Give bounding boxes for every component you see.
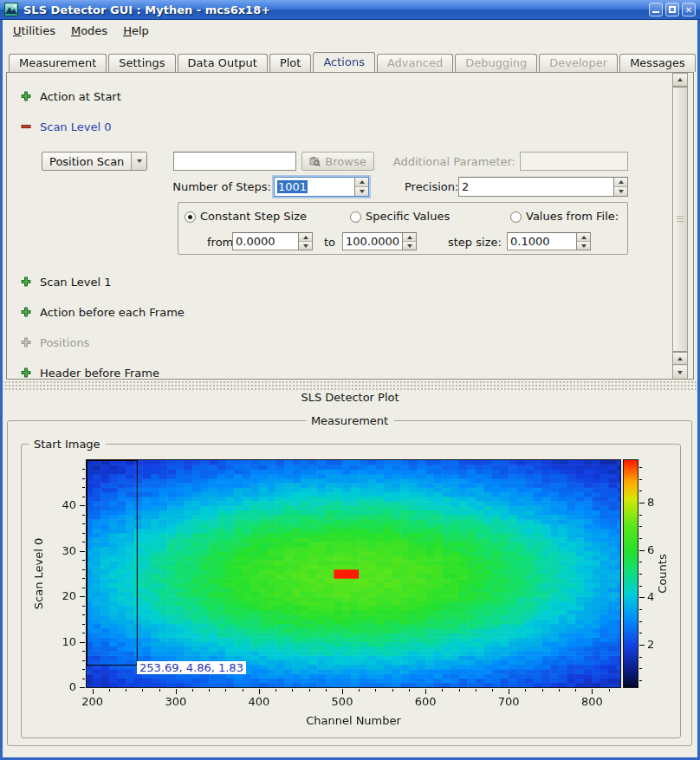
additional-parameter-label: Additional Parameter: <box>383 155 515 168</box>
from-value[interactable]: 0.0000 <box>236 235 275 248</box>
constant-step-size-label[interactable]: Constant Step Size <box>200 210 307 223</box>
header-before-frame-label[interactable]: Header before Frame <box>40 367 159 380</box>
specific-values-radio[interactable] <box>350 211 361 223</box>
spin-up-button[interactable] <box>577 233 590 241</box>
tab-plot[interactable]: Plot <box>269 54 312 72</box>
start-image-group-title: Start Image <box>29 438 106 451</box>
tab-bar: MeasurementSettingsData OutputPlotAction… <box>9 52 697 72</box>
step-size-label: step size: <box>448 236 502 249</box>
titlebar: SLS Detector GUI : Mythen - mcs6x18+ <box>0 0 700 20</box>
spin-buttons <box>613 178 627 196</box>
tab-actions[interactable]: Actions <box>313 52 375 72</box>
scan-type-combo[interactable]: Position Scan <box>42 152 147 171</box>
spin-down-button[interactable] <box>403 241 416 250</box>
number-of-steps-label: Number of Steps: <box>147 180 271 193</box>
splitter-handle[interactable] <box>0 380 700 391</box>
maximize-button[interactable] <box>665 3 679 16</box>
expand-plus-icon-disabled <box>21 337 31 348</box>
precision-label: Precision: <box>405 180 458 193</box>
measurement-group-title: Measurement <box>306 414 393 427</box>
spin-up-button[interactable] <box>299 233 312 241</box>
scroll-down-button[interactable] <box>673 366 687 379</box>
minimize-button[interactable] <box>649 3 663 16</box>
tab-debugging: Debugging <box>455 54 537 72</box>
colorbar-axis-title: Counts <box>656 554 669 593</box>
scroll-up-button[interactable] <box>673 74 687 87</box>
to-value[interactable]: 100.0000 <box>346 235 399 248</box>
scan-type-value: Position Scan <box>42 155 131 168</box>
values-from-file-label[interactable]: Values from File: <box>526 210 619 223</box>
action-at-start-label[interactable]: Action at Start <box>40 90 121 103</box>
to-spinbox[interactable]: 100.0000 <box>342 232 417 250</box>
tab-data-output[interactable]: Data Output <box>178 54 268 72</box>
spin-down-button[interactable] <box>299 241 312 250</box>
tab-messages[interactable]: Messages <box>619 54 696 72</box>
constant-step-size-radio[interactable] <box>185 211 196 223</box>
y-axis-title: Scan Level 0 <box>32 538 45 609</box>
close-button[interactable] <box>682 3 696 16</box>
browse-label: Browse <box>325 155 366 168</box>
tab-measurement[interactable]: Measurement <box>9 54 107 72</box>
scroll-thumb[interactable] <box>673 87 687 352</box>
action-before-each-frame-label[interactable]: Action before each Frame <box>40 306 185 319</box>
scan-level-1-label[interactable]: Scan Level 1 <box>40 276 111 289</box>
spin-up-button[interactable] <box>614 178 627 186</box>
chevron-down-icon <box>131 153 146 170</box>
from-spinbox[interactable]: 0.0000 <box>232 232 313 250</box>
from-label: from <box>207 236 233 249</box>
precision-spinbox[interactable]: 2 <box>458 177 628 197</box>
plot-canvas-frame <box>86 459 621 688</box>
heatmap-canvas[interactable] <box>87 460 620 687</box>
colorbar-canvas <box>624 460 638 687</box>
specific-values-label[interactable]: Specific Values <box>366 210 450 223</box>
positions-label: Positions <box>40 336 89 349</box>
browse-button: Browse <box>301 152 374 171</box>
spin-buttons <box>354 178 368 196</box>
colorbar-frame <box>623 459 638 688</box>
number-of-steps-spinbox[interactable]: 1001 <box>274 177 369 197</box>
expand-plus-icon[interactable] <box>21 307 31 317</box>
scan-level-0-label[interactable]: Scan Level 0 <box>40 120 111 133</box>
spin-down-button[interactable] <box>577 241 590 250</box>
additional-parameter-input <box>520 152 628 171</box>
spin-down-button[interactable] <box>355 186 368 196</box>
menu-utilities[interactable]: Utilities <box>5 22 63 40</box>
menubar: UtilitiesModesHelp <box>0 20 700 42</box>
spin-up-button[interactable] <box>355 178 368 186</box>
arrow-up-icon <box>677 357 683 361</box>
spin-down-button[interactable] <box>614 186 627 196</box>
scan-script-input[interactable] <box>173 152 296 171</box>
menu-help[interactable]: Help <box>115 22 157 40</box>
folder-search-icon <box>309 156 321 167</box>
step-size-spinbox[interactable]: 0.1000 <box>507 232 591 250</box>
arrow-down-icon <box>677 371 683 374</box>
collapse-minus-icon[interactable] <box>21 121 31 132</box>
app-window: { "window": { "title": "SLS Detector GUI… <box>0 0 700 760</box>
tab-settings[interactable]: Settings <box>108 54 175 72</box>
x-axis-title: Channel Number <box>87 714 620 727</box>
expand-plus-icon[interactable] <box>21 367 31 378</box>
precision-value[interactable]: 2 <box>462 180 469 193</box>
number-of-steps-value[interactable]: 1001 <box>277 180 308 193</box>
app-logo-icon <box>4 3 18 16</box>
tab-developer: Developer <box>539 54 618 72</box>
menu-modes[interactable]: Modes <box>63 22 115 40</box>
vertical-scrollbar[interactable] <box>672 73 688 379</box>
to-label: to <box>324 236 335 249</box>
values-from-file-radio[interactable] <box>510 211 522 223</box>
arrow-up-icon <box>677 78 683 81</box>
tab-advanced: Advanced <box>377 54 453 72</box>
scroll-up-button-bottom[interactable] <box>673 352 687 365</box>
expand-plus-icon[interactable] <box>21 91 31 101</box>
plot-dock-title: SLS Detector Plot <box>0 391 700 404</box>
expand-plus-icon[interactable] <box>21 276 31 287</box>
cursor-position-readout: 253.69, 4.86, 1.83 <box>137 661 246 674</box>
step-size-value[interactable]: 0.1000 <box>510 235 550 248</box>
window-title: SLS Detector GUI : Mythen - mcs6x18+ <box>23 3 646 16</box>
spin-up-button[interactable] <box>403 233 416 241</box>
